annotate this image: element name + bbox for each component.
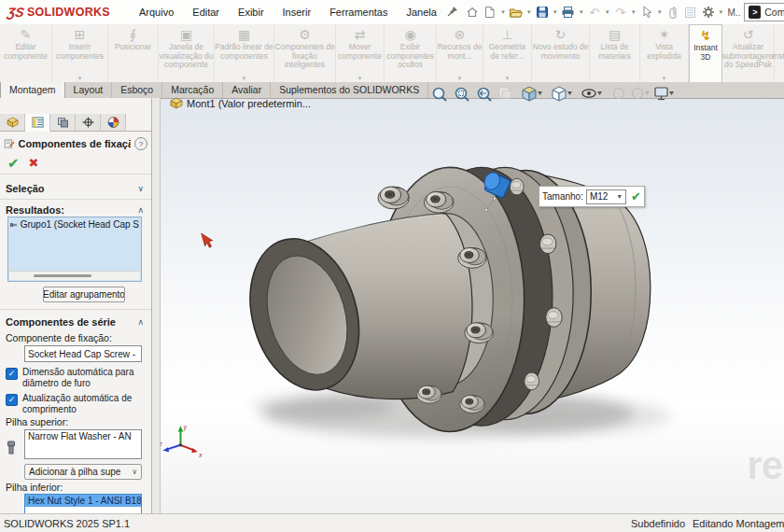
view-orientation-icon[interactable] <box>523 87 542 101</box>
ribbon-update-speedpak-button[interactable]: ↺Atualizar submontagens do SpeedPak <box>722 24 775 82</box>
search-commands-box[interactable]: > Comandos de pesquisa <box>744 3 784 21</box>
tab-layout[interactable]: Layout <box>65 82 113 98</box>
tab-display-manager[interactable] <box>101 114 126 131</box>
bolt-icon <box>10 220 17 230</box>
3d-model-flange-assembly[interactable]: y z x <box>161 99 784 514</box>
tab-marcacao[interactable]: Marcação <box>162 82 223 98</box>
ribbon-component-preview-button[interactable]: ▣Janela de visualização do componente <box>159 24 215 82</box>
undo-dropdown-icon[interactable]: ▼ <box>605 9 610 15</box>
print-icon[interactable] <box>560 4 577 21</box>
results-header[interactable]: Resultados: ∧ <box>0 203 151 217</box>
home-icon[interactable] <box>464 4 481 21</box>
save-icon[interactable] <box>534 4 551 21</box>
toolbar-overflow-label[interactable]: M.. <box>728 7 741 18</box>
search-prompt-icon: > <box>749 6 761 19</box>
help-icon[interactable]: ? <box>134 137 147 150</box>
options-gear-icon[interactable] <box>700 4 717 21</box>
select-icon[interactable] <box>638 4 655 21</box>
previous-view-icon[interactable] <box>479 89 492 102</box>
callout-accept-icon[interactable]: ✔ <box>631 189 641 203</box>
new-dropdown-icon[interactable]: ▼ <box>500 9 506 15</box>
ribbon-edit-component-button[interactable]: ✎Editar componente <box>0 24 52 82</box>
open-dropdown-icon[interactable]: ▼ <box>526 9 532 15</box>
ribbon-insert-components-button[interactable]: ⊞Inserir componentes▼ <box>52 24 108 82</box>
tab-avaliar[interactable]: Avaliar <box>223 82 271 98</box>
menu-arquivo[interactable]: Arquivo <box>131 4 182 21</box>
checkbox-checked-icon[interactable]: ✓ <box>6 368 18 380</box>
auto-length-checkbox-row[interactable]: ✓ Atualização automática de comprimento <box>0 393 151 415</box>
redo-dropdown-icon[interactable]: ▼ <box>631 9 637 15</box>
list-item[interactable]: Narrow Flat Washer - AN <box>25 430 141 442</box>
section-view-icon[interactable] <box>499 88 511 98</box>
tab-configuration-manager[interactable] <box>50 114 76 131</box>
menu-inserir[interactable]: Inserir <box>274 4 320 21</box>
select-dropdown-icon[interactable]: ▼ <box>657 9 663 15</box>
left-pipe[interactable] <box>233 214 472 403</box>
checkbox-checked-icon[interactable]: ✓ <box>6 394 18 406</box>
cancel-button[interactable]: ✖ <box>29 157 39 169</box>
scrollbar-thumb[interactable] <box>34 274 91 277</box>
tab-dimxpert-manager[interactable] <box>76 114 101 131</box>
solidworks-logo: ƷS SOLIDWORKS <box>7 5 110 20</box>
options-dropdown-icon[interactable]: ▼ <box>719 9 724 15</box>
menu-janela[interactable]: Janela <box>398 4 444 21</box>
horizontal-scrollbar[interactable] <box>9 271 140 280</box>
tab-montagem[interactable]: Montagem <box>0 82 65 98</box>
add-to-stack-dropdown[interactable]: Adicionar à pilha supe ∨ <box>24 464 142 480</box>
ribbon-instant3d-button[interactable]: ↯Instant 3D <box>689 24 722 82</box>
undo-icon[interactable]: ↶ <box>586 4 603 21</box>
ribbon-new-motion-study-button[interactable]: ↻Novo estudo de movimento <box>532 24 590 82</box>
result-group-item[interactable]: Grupo1 (Socket Head Cap S <box>8 217 141 231</box>
hide-show-items-icon[interactable] <box>582 90 602 97</box>
results-listbox[interactable]: Grupo1 (Socket Head Cap S <box>7 217 142 282</box>
tab-feature-tree[interactable] <box>0 114 25 131</box>
ribbon-bill-of-materials-button[interactable]: ▤Lista de materiais <box>590 24 640 82</box>
ribbon-show-hidden-button[interactable]: ◉Exibir componentes ocultos <box>385 24 437 82</box>
series-components-header[interactable]: Componentes de série ∧ <box>0 314 151 330</box>
ribbon-take-snapshot-button[interactable]: ▧Tirar instantâneo <box>775 24 784 82</box>
pin-menu-icon[interactable] <box>447 4 458 21</box>
ok-button[interactable]: ✔ <box>7 156 20 170</box>
panel-splitter[interactable] <box>152 98 161 513</box>
zoom-to-fit-icon[interactable] <box>434 89 447 102</box>
search-input[interactable]: Comandos de pesquisa <box>764 7 784 18</box>
display-style-icon[interactable] <box>553 87 572 101</box>
edit-grouping-button[interactable]: Editar agrupamento <box>43 287 125 302</box>
selection-section-header[interactable]: Seleção ∨ <box>0 180 151 197</box>
ribbon-exploded-view-button[interactable]: ✶Vista explodida▼ <box>640 24 689 82</box>
assembly-name[interactable]: Mont1 (Valor predetermin... <box>187 98 311 109</box>
size-dropdown[interactable]: M12▼ <box>586 189 626 204</box>
ribbon-smart-fasteners-button[interactable]: ⚙Componentes de fixação inteligentes <box>274 24 336 82</box>
fastener-value-field[interactable]: Socket Head Cap Screw - <box>24 345 142 362</box>
zoom-to-area-icon[interactable] <box>456 89 469 102</box>
ribbon-linear-pattern-button[interactable]: ▦Padrão linear de componentes▼ <box>215 24 274 82</box>
editing-mode-status: Editando Montagem <box>693 518 784 529</box>
ribbon-move-component-button[interactable]: ⇄Mover componente▼ <box>336 24 385 82</box>
edit-appearance-icon <box>614 89 624 99</box>
menu-ferramentas[interactable]: Ferramentas <box>321 4 396 21</box>
ribbon-reference-geometry-button[interactable]: ⊥Geometria de refer...▼ <box>483 24 532 82</box>
ribbon-mate-button[interactable]: ∮Posicionar <box>108 24 159 82</box>
menu-exibir[interactable]: Exibir <box>230 4 273 21</box>
redo-icon[interactable]: ↷ <box>612 4 629 21</box>
open-icon[interactable] <box>508 4 525 21</box>
top-stack-listbox[interactable]: Narrow Flat Washer - AN <box>24 429 142 459</box>
print-dropdown-icon[interactable]: ▼ <box>579 9 584 15</box>
ribbon-assembly-features-button[interactable]: ⊛Recursos de mont...▼ <box>437 24 483 82</box>
menu-editar[interactable]: Editar <box>184 4 228 21</box>
triad-y-label: y <box>183 424 188 431</box>
auto-size-checkbox-row[interactable]: ✓ Dimensão automática para diâmetro de f… <box>0 367 151 389</box>
bottom-stack-listbox[interactable]: Hex Nut Style 1 - ANSI B18 <box>24 494 142 513</box>
selected-list-item[interactable]: Hex Nut Style 1 - ANSI B18 <box>25 495 141 507</box>
graphics-area[interactable]: re <box>161 98 784 514</box>
new-document-icon[interactable] <box>482 4 498 21</box>
tab-property-manager[interactable] <box>25 114 50 132</box>
screw-icon <box>5 441 18 459</box>
apply-scene-icon <box>633 89 651 99</box>
save-dropdown-icon[interactable]: ▼ <box>553 9 558 15</box>
tab-suplementos[interactable]: Suplementos do SOLIDWORKS <box>271 82 428 98</box>
tab-esboco[interactable]: Esboço <box>112 82 162 98</box>
view-settings-icon[interactable] <box>655 88 674 100</box>
feature-tree-flyout[interactable]: Mont1 (Valor predetermin... <box>170 97 311 109</box>
assembly-icon <box>170 97 183 109</box>
